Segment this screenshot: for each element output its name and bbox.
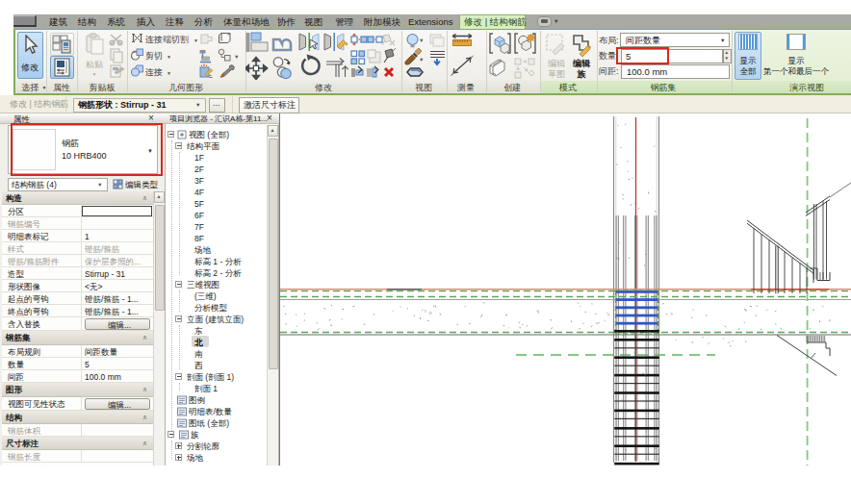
svg-text:▼: ▼ (234, 54, 239, 60)
svg-text:▼: ▼ (419, 38, 424, 43)
svg-text:▼: ▼ (419, 57, 424, 63)
